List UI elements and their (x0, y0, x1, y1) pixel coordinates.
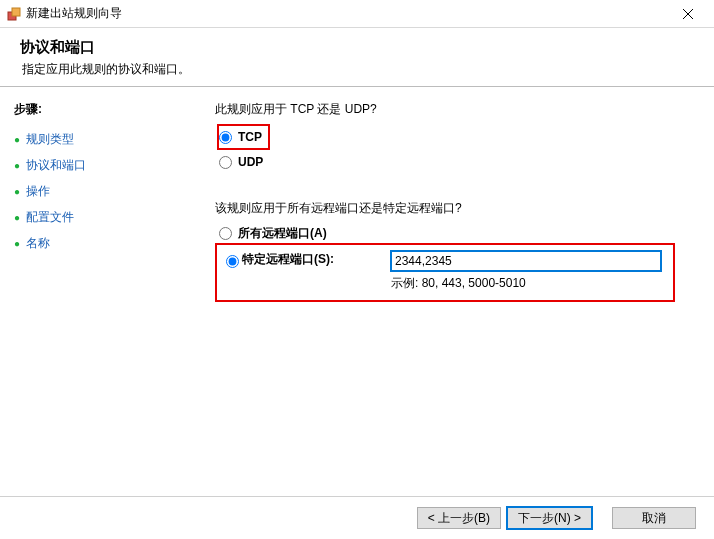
wizard-header: 协议和端口 指定应用此规则的协议和端口。 (0, 28, 714, 87)
bullet-icon: ● (14, 134, 20, 145)
step-rule-type[interactable]: ● 规则类型 (14, 126, 183, 152)
step-label: 操作 (26, 183, 50, 200)
tcp-radio[interactable] (219, 131, 232, 144)
page-subtitle: 指定应用此规则的协议和端口。 (22, 61, 694, 78)
bullet-icon: ● (14, 212, 20, 223)
step-label: 协议和端口 (26, 157, 86, 174)
specific-ports-label[interactable]: 特定远程端口(S): (242, 251, 334, 268)
step-label: 名称 (26, 235, 50, 252)
bullet-icon: ● (14, 238, 20, 249)
tcp-highlight: TCP (217, 124, 270, 150)
specific-ports-highlight: 特定远程端口(S): 示例: 80, 443, 5000-5010 (215, 243, 675, 302)
page-title: 协议和端口 (20, 38, 694, 57)
protocol-question: 此规则应用于 TCP 还是 UDP? (215, 101, 694, 118)
bullet-icon: ● (14, 186, 20, 197)
step-label: 配置文件 (26, 209, 74, 226)
bullet-icon: ● (14, 160, 20, 171)
step-label: 规则类型 (26, 131, 74, 148)
window-title: 新建出站规则向导 (26, 5, 668, 22)
udp-radio[interactable] (219, 156, 232, 169)
steps-heading: 步骤: (14, 101, 183, 118)
app-icon (6, 6, 22, 22)
all-ports-radio[interactable] (219, 227, 232, 240)
titlebar: 新建出站规则向导 (0, 0, 714, 28)
next-button[interactable]: 下一步(N) > (507, 507, 592, 529)
port-question: 该规则应用于所有远程端口还是特定远程端口? (215, 200, 694, 217)
ports-input[interactable] (391, 251, 661, 271)
wizard-footer: < 上一步(B) 下一步(N) > 取消 (0, 496, 714, 539)
step-protocol-ports[interactable]: ● 协议和端口 (14, 152, 183, 178)
udp-label[interactable]: UDP (238, 155, 263, 169)
step-name[interactable]: ● 名称 (14, 230, 183, 256)
svg-rect-1 (12, 8, 20, 16)
wizard-content: 此规则应用于 TCP 还是 UDP? TCP UDP 该规则应用于所有远程端口还… (195, 87, 714, 539)
back-button[interactable]: < 上一步(B) (417, 507, 501, 529)
tcp-label[interactable]: TCP (238, 130, 262, 144)
step-action[interactable]: ● 操作 (14, 178, 183, 204)
close-button[interactable] (668, 2, 708, 26)
wizard-sidebar: 步骤: ● 规则类型 ● 协议和端口 ● 操作 ● 配置文件 ● 名称 (0, 87, 195, 539)
step-profile[interactable]: ● 配置文件 (14, 204, 183, 230)
close-icon (683, 9, 693, 19)
all-ports-label[interactable]: 所有远程端口(A) (238, 225, 327, 242)
specific-ports-radio[interactable] (226, 255, 239, 268)
cancel-button[interactable]: 取消 (612, 507, 696, 529)
ports-example: 示例: 80, 443, 5000-5010 (391, 275, 665, 292)
